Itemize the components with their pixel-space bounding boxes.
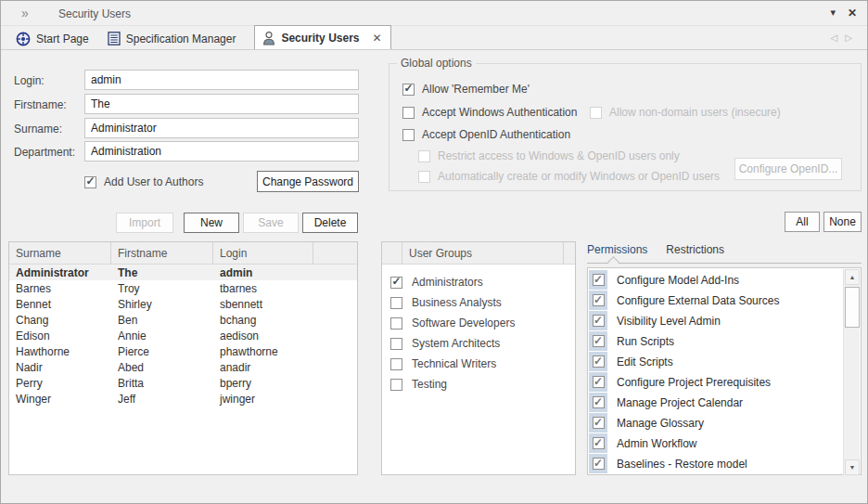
table-cell: Pierce bbox=[111, 345, 213, 358]
permission-item[interactable]: Configure Project Prerequisites bbox=[588, 372, 861, 393]
table-cell: Abed bbox=[111, 361, 213, 374]
table-row[interactable]: PerryBrittabperry bbox=[9, 375, 357, 391]
permission-checkbox[interactable] bbox=[593, 315, 605, 327]
column-header-surname[interactable]: Surname bbox=[9, 242, 111, 264]
user-group-item[interactable]: Technical Writers bbox=[382, 354, 575, 374]
add-user-to-authors-label: Add User to Authors bbox=[104, 175, 203, 188]
user-group-item[interactable]: Testing bbox=[382, 374, 575, 394]
dropdown-arrow-icon[interactable]: ▾ bbox=[830, 6, 836, 19]
user-group-item[interactable]: Software Developers bbox=[382, 313, 575, 333]
permission-item[interactable]: Configure External Data Sources bbox=[588, 291, 861, 311]
user-group-checkbox[interactable] bbox=[390, 277, 402, 289]
user-group-checkbox[interactable] bbox=[390, 297, 402, 309]
user-group-checkbox[interactable] bbox=[390, 358, 402, 370]
accept-windows-auth-checkbox[interactable] bbox=[402, 107, 415, 119]
table-cell: Chang bbox=[9, 314, 111, 327]
tab-scroll-arrows[interactable]: ◁▷ bbox=[831, 32, 860, 43]
delete-button[interactable]: Delete bbox=[302, 213, 358, 233]
user-group-checkbox[interactable] bbox=[390, 379, 402, 391]
table-cell: Ben bbox=[111, 314, 213, 327]
permission-item[interactable]: Visibility Level Admin bbox=[588, 311, 861, 331]
column-header-firstname[interactable]: Firstname bbox=[111, 242, 213, 264]
user-group-item[interactable]: Administrators bbox=[382, 272, 575, 292]
user-group-item[interactable]: System Architects bbox=[382, 333, 575, 354]
department-label: Department: bbox=[14, 146, 75, 159]
tab-restrictions[interactable]: Restrictions bbox=[666, 243, 724, 262]
tab-close-icon[interactable]: ✕ bbox=[372, 32, 381, 45]
table-row[interactable]: NadirAbedanadir bbox=[9, 359, 357, 375]
user-groups-header-label[interactable]: User Groups bbox=[402, 242, 564, 264]
permission-checkbox[interactable] bbox=[593, 417, 605, 429]
column-header-login[interactable]: Login bbox=[213, 242, 313, 264]
table-row[interactable]: BarnesTroytbarnes bbox=[9, 280, 357, 296]
users-table-body: AdministratorTheadminBarnesTroytbarnesBe… bbox=[9, 265, 357, 407]
allow-non-domain-checkbox bbox=[590, 107, 602, 119]
tab-start-page[interactable]: Start Page bbox=[8, 28, 100, 49]
table-cell: Perry bbox=[9, 377, 111, 390]
permission-checkbox-cell bbox=[589, 372, 607, 392]
add-user-to-authors-checkbox[interactable] bbox=[84, 176, 96, 188]
permission-label: Edit Scripts bbox=[607, 355, 673, 368]
permission-label: Configure External Data Sources bbox=[607, 294, 779, 307]
permission-item[interactable]: Run Scripts bbox=[588, 331, 861, 352]
permission-item[interactable]: Baselines - Restore model bbox=[588, 454, 861, 474]
allow-non-domain-label: Allow non-domain users (insecure) bbox=[609, 106, 781, 119]
global-options-title: Global options bbox=[397, 57, 476, 70]
user-group-item[interactable]: Business Analysts bbox=[382, 292, 575, 313]
permissions-scrollbar[interactable]: ▲ ▼ bbox=[843, 269, 860, 475]
tab-permissions[interactable]: Permissions bbox=[587, 243, 647, 262]
scrollbar-thumb[interactable] bbox=[845, 287, 860, 328]
permission-checkbox[interactable] bbox=[593, 294, 605, 306]
login-input[interactable] bbox=[84, 70, 359, 90]
window-close-icon[interactable]: ✕ bbox=[848, 6, 857, 19]
table-cell: phawthorne bbox=[213, 345, 357, 358]
tab-scroll-left-icon[interactable]: ◁ bbox=[831, 32, 846, 43]
table-row[interactable]: HawthornePiercephawthorne bbox=[9, 343, 357, 359]
permission-item[interactable]: Manage Project Calendar bbox=[588, 393, 861, 413]
user-groups-header: User Groups bbox=[382, 242, 575, 265]
all-button[interactable]: All bbox=[785, 212, 820, 232]
tab-scroll-right-icon[interactable]: ▷ bbox=[845, 32, 860, 43]
permission-item[interactable]: Configure Model Add-Ins bbox=[588, 270, 861, 291]
accept-openid-checkbox[interactable] bbox=[402, 129, 415, 141]
permission-checkbox[interactable] bbox=[593, 376, 605, 388]
scroll-up-icon[interactable]: ▲ bbox=[845, 269, 860, 285]
table-cell: Administrator bbox=[9, 266, 111, 279]
permission-item[interactable]: Admin Workflow bbox=[588, 433, 861, 454]
permission-checkbox[interactable] bbox=[593, 396, 605, 408]
table-cell: admin bbox=[213, 266, 357, 279]
table-row[interactable]: EdisonAnnieaedison bbox=[9, 328, 357, 343]
permission-item[interactable]: Edit Scripts bbox=[588, 352, 861, 372]
permissions-tab-underline bbox=[587, 263, 862, 264]
change-password-button[interactable]: Change Password bbox=[257, 171, 359, 192]
surname-input[interactable] bbox=[84, 118, 359, 138]
permission-checkbox[interactable] bbox=[593, 335, 605, 347]
new-button[interactable]: New bbox=[184, 213, 239, 233]
tab-label: Security Users bbox=[281, 32, 359, 45]
import-button: Import bbox=[116, 213, 173, 233]
firstname-input[interactable] bbox=[84, 94, 359, 114]
table-cell: bchang bbox=[213, 314, 357, 327]
scroll-down-icon[interactable]: ▼ bbox=[845, 459, 860, 475]
table-row[interactable]: BennetShirleysbennett bbox=[9, 296, 357, 312]
permission-checkbox-cell bbox=[589, 433, 607, 453]
user-group-label: Administrators bbox=[412, 276, 483, 289]
none-button[interactable]: None bbox=[823, 212, 862, 232]
overflow-chevrons-icon[interactable]: » bbox=[21, 6, 29, 20]
user-groups-header-spacer bbox=[564, 242, 575, 264]
user-group-checkbox[interactable] bbox=[390, 338, 402, 350]
tab-security-users[interactable]: Security Users ✕ bbox=[254, 25, 390, 49]
permission-checkbox-cell bbox=[589, 454, 607, 473]
table-row[interactable]: WingerJeffjwinger bbox=[9, 391, 357, 407]
permission-checkbox[interactable] bbox=[593, 458, 605, 470]
department-input[interactable] bbox=[84, 141, 359, 162]
tab-specification-manager[interactable]: Specification Manager bbox=[100, 28, 248, 49]
permission-checkbox[interactable] bbox=[593, 437, 605, 449]
table-row[interactable]: ChangBenbchang bbox=[9, 312, 357, 328]
permission-item[interactable]: Manage Glossary bbox=[588, 413, 861, 433]
user-group-checkbox[interactable] bbox=[390, 317, 402, 330]
table-row[interactable]: AdministratorTheadmin bbox=[9, 265, 357, 280]
permission-checkbox[interactable] bbox=[593, 355, 605, 368]
permission-checkbox[interactable] bbox=[593, 274, 605, 286]
allow-remember-me-checkbox[interactable] bbox=[402, 84, 415, 96]
